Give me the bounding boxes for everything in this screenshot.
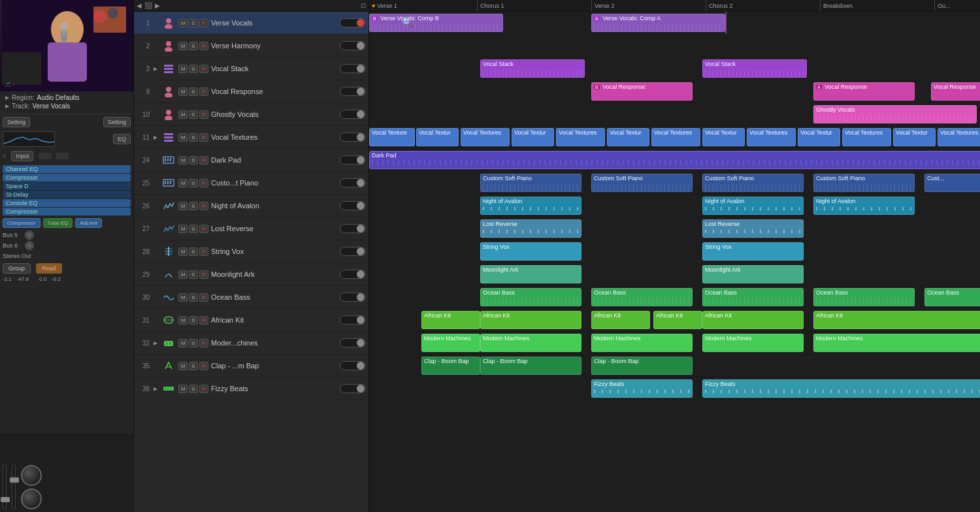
- clip-sv-2[interactable]: String Vox: [702, 242, 804, 261]
- record-btn-30[interactable]: R: [199, 293, 208, 302]
- track-row-verse-harmony[interactable]: 2 M S R Verse Harmony: [134, 35, 368, 57]
- clip-verse-vocals-1[interactable]: B Verse Vocals: Comp B: [369, 14, 503, 32]
- track-row-custom-piano[interactable]: 25 M S R Custo...t Piano: [134, 172, 368, 195]
- solo-btn-1[interactable]: S: [189, 19, 198, 27]
- clip-ak-4[interactable]: African Kit: [653, 311, 702, 329]
- track-row-verse-vocals[interactable]: 1 M S R Verse Vocals: [134, 12, 368, 35]
- record-btn-31[interactable]: R: [199, 316, 208, 325]
- fader-track-1[interactable]: [3, 464, 7, 509]
- mute-btn-11[interactable]: M: [178, 133, 188, 142]
- clip-vocal-texture-7[interactable]: Vocal Textures: [651, 128, 700, 146]
- clip-ob-5[interactable]: Ocean Bass: [924, 288, 980, 306]
- clip-ak-5[interactable]: African Kit: [702, 311, 804, 329]
- clip-ma-2[interactable]: Moonlight Ark: [702, 265, 804, 283]
- clip-mm-4[interactable]: Modern Machines: [702, 334, 804, 352]
- record-btn-27[interactable]: R: [199, 225, 208, 233]
- clip-mm-5[interactable]: Modern Machines: [813, 334, 980, 352]
- track-row-ocean-bass[interactable]: 30 M S R Ocean Bass: [134, 286, 368, 309]
- clip-cbb-2[interactable]: Clap - Boom Bap: [480, 357, 581, 375]
- clip-ob-4[interactable]: Ocean Bass: [813, 288, 915, 306]
- adlimit-btn[interactable]: AdLimit: [75, 218, 102, 228]
- clip-mm-2[interactable]: Modern Machines: [480, 334, 581, 352]
- solo-btn-35[interactable]: S: [189, 362, 198, 370]
- header-icon-2[interactable]: ⬛: [144, 2, 152, 9]
- clip-csp-1[interactable]: Custom Soft Piano: [480, 174, 581, 192]
- track-row-fizzy-beats[interactable]: 36 ▶ M S R Fizzy Beats: [134, 377, 368, 400]
- record-btn-1[interactable]: R: [199, 19, 208, 27]
- track-toggle-26[interactable]: [340, 201, 366, 210]
- fader-track-2[interactable]: [12, 464, 16, 509]
- bus5-knob[interactable]: [25, 231, 34, 240]
- mute-btn-24[interactable]: M: [178, 156, 188, 165]
- mute-btn-10[interactable]: M: [178, 110, 188, 119]
- zoom-icon[interactable]: 🔍: [402, 17, 413, 27]
- clip-lr-2[interactable]: Lost Reverse: [702, 219, 804, 238]
- mute-btn-26[interactable]: M: [178, 202, 188, 210]
- track-toggle-3[interactable]: [340, 64, 366, 73]
- plugin-space-d[interactable]: Space D: [3, 182, 131, 190]
- clip-ak-6[interactable]: African Kit: [813, 311, 980, 329]
- mute-btn-27[interactable]: M: [178, 225, 188, 233]
- track-toggle-28[interactable]: [340, 247, 366, 256]
- fader-thumb-2[interactable]: [10, 477, 19, 483]
- track-toggle-27[interactable]: [340, 224, 366, 233]
- mute-btn-32[interactable]: M: [178, 339, 188, 347]
- clip-noa-3[interactable]: Night of Avalon: [813, 197, 915, 215]
- setting-button-left[interactable]: Setting: [3, 117, 30, 127]
- track-toggle-25[interactable]: [340, 178, 366, 187]
- clip-vocal-texture-2[interactable]: Vocal Textur: [416, 128, 459, 146]
- track-toggle-10[interactable]: [340, 110, 366, 119]
- clip-vocal-response-3[interactable]: Vocal Response: [931, 82, 980, 101]
- mute-btn-30[interactable]: M: [178, 293, 188, 302]
- track-toggle-31[interactable]: [340, 315, 366, 325]
- solo-btn-3[interactable]: S: [189, 65, 198, 73]
- track-toggle-32[interactable]: [340, 338, 366, 347]
- clip-ak-1[interactable]: African Kit: [421, 311, 480, 329]
- clip-ma-1[interactable]: Moonlight Ark: [480, 265, 581, 283]
- mute-btn-28[interactable]: M: [178, 248, 188, 256]
- track-toggle-36[interactable]: [340, 384, 366, 393]
- mute-btn-3[interactable]: M: [178, 65, 188, 73]
- setting-button-right[interactable]: Setting: [103, 117, 131, 127]
- clip-vocal-response-1[interactable]: B Vocal Response:: [591, 82, 693, 101]
- clip-vocal-texture-9[interactable]: Vocal Textures: [747, 128, 796, 146]
- clip-ak-2[interactable]: African Kit: [480, 311, 581, 329]
- mute-btn-36[interactable]: M: [178, 385, 188, 393]
- track-row-night-avalon[interactable]: 26 M S R Night of Avalon: [134, 195, 368, 217]
- track-toggle-11[interactable]: [340, 133, 366, 142]
- plugin-console-eq[interactable]: Console EQ: [3, 199, 131, 207]
- track-expand-32[interactable]: ▶: [154, 340, 161, 346]
- track-row-ghostly-vocals[interactable]: 10 M S R Ghostly Vocals: [134, 103, 368, 126]
- record-btn-25[interactable]: R: [199, 179, 208, 187]
- track-expand-36[interactable]: ▶: [154, 386, 161, 392]
- track-toggle-9[interactable]: [340, 87, 366, 96]
- clip-verse-vocals-2[interactable]: A Verse Vocals: Comp A: [591, 14, 725, 32]
- header-icon-4[interactable]: ⊡: [361, 2, 366, 9]
- record-btn-26[interactable]: R: [199, 202, 208, 210]
- track-row-vocal-textures[interactable]: 11 ▶ M S R Vocal Textures: [134, 126, 368, 149]
- solo-btn-26[interactable]: S: [189, 202, 198, 210]
- solo-btn-32[interactable]: S: [189, 339, 198, 347]
- track-arrow[interactable]: ▶: [5, 103, 9, 109]
- bus6-knob[interactable]: [25, 241, 34, 250]
- record-btn-2[interactable]: R: [199, 42, 208, 50]
- knob-main-2[interactable]: [21, 488, 42, 509]
- clip-noa-1[interactable]: Night of Avalon: [480, 197, 581, 215]
- clip-noa-2[interactable]: Night of Avalon: [702, 197, 804, 215]
- clip-cbb-3[interactable]: Clap - Boom Bap: [591, 357, 693, 375]
- clip-ghostly-vocals[interactable]: Ghostly Vocals: [813, 105, 977, 123]
- clip-lr-1[interactable]: Lost Reverse: [480, 219, 581, 238]
- solo-btn-30[interactable]: S: [189, 293, 198, 302]
- mute-btn-2[interactable]: M: [178, 42, 188, 50]
- clip-cbb-1[interactable]: Clap - Boom Bap: [421, 357, 480, 375]
- clip-vocal-texture-13[interactable]: Vocal Textures: [938, 128, 980, 146]
- track-expand-11[interactable]: ▶: [154, 135, 161, 140]
- track-row-modern-machines[interactable]: 32 ▶ M S R Moder...chines: [134, 332, 368, 355]
- track-toggle-35[interactable]: [340, 361, 366, 370]
- track-toggle-29[interactable]: [340, 270, 366, 279]
- clip-ob-1[interactable]: Ocean Bass: [480, 288, 581, 306]
- clip-csp-3[interactable]: Custom Soft Piano: [702, 174, 804, 192]
- clip-mm-1[interactable]: Modern Machines: [421, 334, 480, 352]
- clip-csp-5[interactable]: Cust...: [924, 174, 980, 192]
- mute-btn-31[interactable]: M: [178, 316, 188, 325]
